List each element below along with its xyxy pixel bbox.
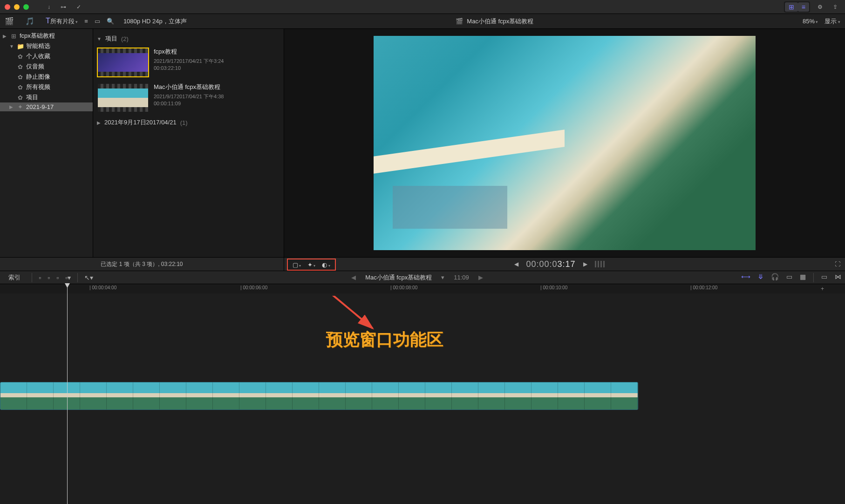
connect-clip-icon[interactable]: ▫ <box>39 274 41 281</box>
viewer-tools-highlight: ▢ ✦ ◐ <box>287 259 336 271</box>
snapping-icon[interactable]: ⟷ <box>741 273 750 282</box>
clip-title: Mac小伯通 fcpx基础教程 <box>154 83 280 91</box>
sidebar-label: 个人收藏 <box>26 52 50 61</box>
effects-browser-icon[interactable]: ▭ <box>821 273 827 282</box>
clip-filter-dropdown[interactable]: 所有片段 <box>50 17 78 26</box>
keyword-icon[interactable]: ⊶ <box>61 4 66 10</box>
solo-icon[interactable]: ▭ <box>786 273 792 282</box>
clip-appearance-icon[interactable]: ▦ <box>800 273 806 282</box>
enhance-tool[interactable]: ✦ <box>307 261 315 268</box>
folder-icon: 📁 <box>17 43 23 50</box>
sidebar-label: 2021-9-17 <box>26 103 54 110</box>
play-forward-icon[interactable]: ▶ <box>583 261 587 267</box>
library-sidebar: ▶ ⊞ fcpx基础教程 ▼ 📁 智能精选 ✿个人收藏 ✿仅音频 ✿静止图像 ✿… <box>0 29 93 257</box>
timeline-body[interactable]: 预览窗口功能区 4f5d079a3bd8e1a6f6b8733bec7eee74 <box>0 293 845 504</box>
disclosure-icon: ▼ <box>97 36 102 41</box>
clip-thumbnail[interactable] <box>97 83 149 113</box>
sidebar-label: 仅音频 <box>26 62 44 71</box>
workspace-timeline-icon[interactable]: ≡ <box>798 2 809 12</box>
filmstrip-view-icon[interactable]: ▭ <box>95 18 100 25</box>
workspace-segment[interactable]: ⊞ ≡ <box>784 1 810 13</box>
arrow-tool[interactable]: ↖▾ <box>84 274 93 281</box>
ruler-tick: | 00:00:08:00 <box>390 285 417 290</box>
sidebar-label: 项目 <box>26 93 38 102</box>
play-back-icon[interactable]: ◀ <box>514 261 518 267</box>
workspace-browser-icon[interactable]: ⊞ <box>785 2 798 12</box>
transform-tool[interactable]: ▢ <box>293 261 301 268</box>
browser-group-header[interactable]: ▼ 项目 (2) <box>96 33 281 45</box>
project-title: Mac小伯通 fcpx基础教程 <box>467 17 533 26</box>
sidebar-label: fcpx基础教程 <box>20 32 55 40</box>
append-clip-icon[interactable]: ▫ <box>56 274 59 281</box>
close-window[interactable] <box>5 4 10 10</box>
timeline-ruler[interactable]: | 00:00:04:00| 00:00:06:00| 00:00:08:00|… <box>0 284 845 293</box>
minimize-window[interactable] <box>14 4 20 10</box>
clip-thumbnail[interactable] <box>97 48 149 77</box>
playhead[interactable] <box>67 284 68 293</box>
browser-group-label: 项目 <box>105 34 117 43</box>
ruler-plus-icon[interactable]: + <box>821 286 824 292</box>
sidebar-item-all-video[interactable]: ✿所有视频 <box>0 82 93 92</box>
display-dropdown[interactable]: 显示 <box>825 17 840 26</box>
sidebar-smart-collection[interactable]: ▼ 📁 智能精选 <box>0 41 93 51</box>
inspector-toggle-icon[interactable]: ⚙ <box>815 4 825 10</box>
library-media-icon[interactable]: 🎬 <box>5 17 14 26</box>
gear-icon: ✿ <box>17 74 23 81</box>
import-icon[interactable]: ↓ <box>48 4 50 10</box>
viewer-canvas[interactable] <box>374 36 756 250</box>
gear-icon: ✿ <box>17 63 23 70</box>
sidebar-item-projects[interactable]: ✿项目 <box>0 92 93 102</box>
background-tasks-icon[interactable]: ✓ <box>76 4 81 10</box>
share-icon[interactable]: ⇪ <box>830 4 840 10</box>
zoom-dropdown[interactable]: 85% <box>803 18 818 25</box>
search-icon[interactable]: 🔍 <box>107 18 114 25</box>
star-icon: ✦ <box>17 103 23 110</box>
browser-clip[interactable]: fcpx教程 2021/9/172017/04/21 下午3:24 00:03:… <box>96 45 281 80</box>
disclosure-icon: ▶ <box>3 34 7 39</box>
disclosure-icon: ▶ <box>9 104 14 109</box>
index-button[interactable]: 索引 <box>4 272 25 283</box>
sidebar-label: 智能精选 <box>26 42 50 50</box>
library-grid-icon: ⊞ <box>10 33 17 40</box>
timeline-back-icon[interactable]: ◀ <box>351 274 356 281</box>
transitions-browser-icon[interactable]: ⋈ <box>835 273 841 282</box>
overwrite-clip-icon[interactable]: ▫▾ <box>65 274 71 281</box>
tc-dim: 00:00:0 <box>526 259 557 269</box>
annotation-text: 预览窗口功能区 <box>326 328 443 351</box>
sidebar-item-stills[interactable]: ✿静止图像 <box>0 72 93 82</box>
timeline-clip[interactable]: 4f5d079a3bd8e1a6f6b8733bec7eee74 <box>0 382 638 410</box>
insert-clip-icon[interactable]: ▫ <box>48 274 50 281</box>
timeline-title: Mac小伯通 fcpx基础教程 <box>365 273 432 282</box>
browser-group-count: (2) <box>121 35 129 42</box>
ruler-tick: | 00:00:04:00 <box>89 285 116 290</box>
clip-duration: 00:00:11:09 <box>154 100 280 107</box>
sidebar-item-audio-only[interactable]: ✿仅音频 <box>0 61 93 72</box>
sidebar-library-root[interactable]: ▶ ⊞ fcpx基础教程 <box>0 31 93 41</box>
browser-status: 已选定 1 项（共 3 项）, 03:22:10 <box>0 258 284 271</box>
timeline-forward-icon[interactable]: ▶ <box>478 274 483 281</box>
svg-line-0 <box>331 296 373 328</box>
zoom-window[interactable] <box>23 4 29 10</box>
viewer-timecode[interactable]: 00:00:03:17 <box>526 259 575 269</box>
skimming-icon[interactable]: ⤋ <box>758 273 763 282</box>
sidebar-item-favorites[interactable]: ✿个人收藏 <box>0 51 93 61</box>
browser-panel: ▼ 项目 (2) fcpx教程 2021/9/172017/04/21 下午3:… <box>93 29 284 257</box>
tc-lite: 3:17 <box>558 259 576 269</box>
library-sound-icon[interactable]: 🎵 <box>25 17 34 26</box>
ruler-tick: | 00:00:06:00 <box>240 285 267 290</box>
list-view-icon[interactable]: ≡ <box>84 18 88 25</box>
browser-clip[interactable]: Mac小伯通 fcpx基础教程 2021/9/172017/04/21 下午4:… <box>96 80 281 116</box>
clip-date: 2021/9/172017/04/21 下午3:24 <box>154 58 280 65</box>
retime-tool[interactable]: ◐ <box>322 261 330 268</box>
clip-duration: 00:03:22:10 <box>154 65 280 72</box>
library-titles-icon[interactable]: T <box>46 17 50 26</box>
sidebar-label: 所有视频 <box>26 83 50 91</box>
disclosure-icon: ▶ <box>97 120 101 125</box>
playhead-line[interactable] <box>67 293 68 504</box>
sidebar-event[interactable]: ▶ ✦ 2021-9-17 <box>0 102 93 111</box>
ruler-tick: | 00:00:10:00 <box>540 285 567 290</box>
fullscreen-icon[interactable]: ⛶ <box>835 261 840 267</box>
audio-skim-icon[interactable]: 🎧 <box>771 273 779 282</box>
browser-date-group[interactable]: ▶ 2021年9月17日2017/04/21 (1) <box>96 116 281 129</box>
clip-title: fcpx教程 <box>154 48 280 56</box>
